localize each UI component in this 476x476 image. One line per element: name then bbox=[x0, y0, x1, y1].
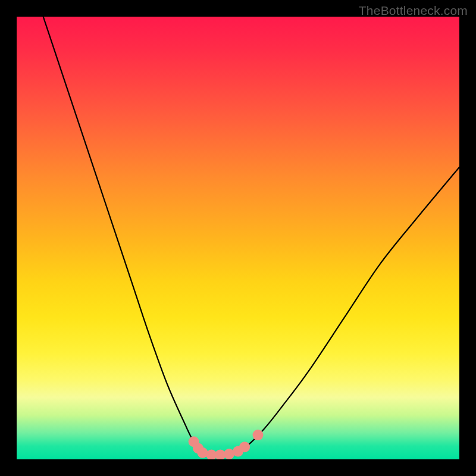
bottleneck-curve-layer bbox=[17, 17, 459, 459]
marker-left-bot bbox=[197, 447, 208, 458]
marker-right-mid bbox=[239, 441, 250, 452]
plot-area bbox=[17, 17, 459, 459]
marker-left-mid bbox=[193, 443, 203, 453]
marker-flat-2 bbox=[215, 450, 226, 459]
marker-flat-4 bbox=[233, 446, 243, 457]
marker-right-gap bbox=[252, 430, 263, 440]
marker-left-top bbox=[189, 436, 199, 447]
marker-group bbox=[189, 430, 264, 459]
marker-flat-1 bbox=[206, 450, 217, 459]
bottleneck-curve bbox=[43, 17, 459, 455]
watermark-text: TheBottleneck.com bbox=[359, 4, 468, 18]
marker-flat-3 bbox=[224, 449, 234, 459]
chart-frame: TheBottleneck.com bbox=[0, 0, 476, 476]
